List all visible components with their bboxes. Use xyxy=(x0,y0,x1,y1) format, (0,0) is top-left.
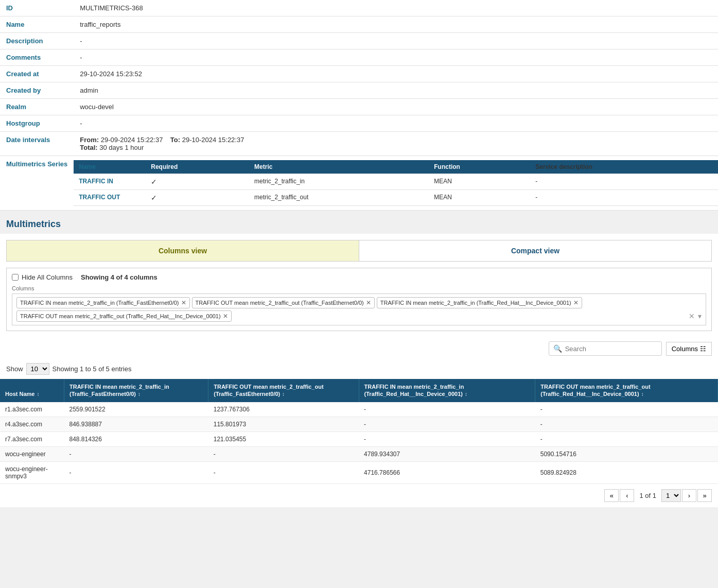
detail-label: ID xyxy=(0,0,74,16)
series-function: MEAN xyxy=(429,190,530,206)
columns-grid-icon: ☷ xyxy=(700,345,706,353)
detail-label: Hostgroup xyxy=(0,115,74,132)
tag-remove-button[interactable]: ✕ xyxy=(223,313,228,320)
series-content: NameRequiredMetricFunctionService descri… xyxy=(74,156,718,211)
series-col-header: Service description xyxy=(530,160,718,174)
detail-value: admin xyxy=(74,82,718,99)
page-select[interactable]: 1 xyxy=(661,489,681,502)
traffic-out-fe-cell: - xyxy=(208,446,359,461)
detail-label: Name xyxy=(0,16,74,33)
detail-value: traffic_reports xyxy=(74,16,718,33)
traffic-out-fe-cell: 115.801973 xyxy=(208,417,359,431)
detail-row: Comments- xyxy=(0,49,718,66)
sort-icon: ↕ xyxy=(37,391,39,397)
table-row: r7.a3sec.com 848.814326 121.035455 - - xyxy=(0,431,718,446)
data-table: Host Name↕TRAFFIC IN mean metric_2_traff… xyxy=(0,379,718,484)
traffic-out-fe-cell: - xyxy=(208,461,359,483)
traffic-out-rh-cell: - xyxy=(535,417,718,431)
page-info: 1 of 1 xyxy=(635,490,660,501)
host-name-cell: wocu-engineer-snmpv3 xyxy=(0,461,64,483)
tag-controls: ✕▾ xyxy=(689,312,702,320)
series-function: MEAN xyxy=(429,174,530,190)
col-header-host_name[interactable]: Host Name↕ xyxy=(0,379,64,402)
prev-page-button[interactable]: ‹ xyxy=(620,489,634,502)
traffic-out-rh-cell: 5090.154716 xyxy=(535,446,718,461)
next-page-button[interactable]: › xyxy=(682,489,696,502)
traffic-out-fe-cell: 121.035455 xyxy=(208,431,359,446)
detail-label: Realm xyxy=(0,99,74,115)
detail-value: - xyxy=(74,115,718,132)
tag-label: TRAFFIC OUT mean metric_2_traffic_out (T… xyxy=(20,313,221,319)
columns-sublabel: Columns xyxy=(12,285,706,291)
last-page-button[interactable]: » xyxy=(697,489,712,502)
show-select[interactable]: 10 25 50 xyxy=(26,363,49,375)
series-required: ✓ xyxy=(146,174,249,190)
col-header-traffic_out_rh[interactable]: TRAFFIC OUT mean metric_2_traffic_out (T… xyxy=(535,379,718,402)
detail-row: Hostgroup- xyxy=(0,115,718,132)
column-tag: TRAFFIC OUT mean metric_2_traffic_out (T… xyxy=(192,297,375,308)
detail-row: IDMULTIMETRICS-368 xyxy=(0,0,718,16)
hide-all-checkbox[interactable] xyxy=(12,274,19,281)
detail-value: wocu-devel xyxy=(74,99,718,115)
traffic-in-rh-cell: 4716.786566 xyxy=(359,461,535,483)
series-service: - xyxy=(530,174,718,190)
columns-view-button[interactable]: Columns view xyxy=(7,240,359,261)
first-page-button[interactable]: « xyxy=(604,489,619,502)
tag-label: TRAFFIC OUT mean metric_2_traffic_out (T… xyxy=(196,300,364,306)
sort-icon: ↕ xyxy=(465,391,467,397)
search-box: 🔍 xyxy=(549,341,662,356)
series-col-header: Required xyxy=(146,160,249,174)
traffic-in-fe-cell: - xyxy=(64,461,208,483)
host-name-cell: r7.a3sec.com xyxy=(0,431,64,446)
detail-label: Comments xyxy=(0,49,74,66)
traffic-in-rh-cell: - xyxy=(359,417,535,431)
traffic-out-rh-cell: 5089.824928 xyxy=(535,461,718,483)
detail-label: Created at xyxy=(0,66,74,82)
date-intervals-value: From: 29-09-2024 15:22:37 To: 29-10-2024… xyxy=(74,132,718,156)
traffic-in-rh-cell: 4789.934307 xyxy=(359,446,535,461)
search-input[interactable] xyxy=(565,345,657,353)
traffic-in-rh-cell: - xyxy=(359,402,535,417)
series-data-row: TRAFFIC OUT ✓ metric_2_traffic_out MEAN … xyxy=(74,190,718,206)
series-metric: metric_2_traffic_in xyxy=(249,174,429,190)
tag-label: TRAFFIC IN mean metric_2_traffic_in (Tra… xyxy=(20,300,179,306)
traffic-in-rh-cell: - xyxy=(359,431,535,446)
search-icon: 🔍 xyxy=(553,344,562,353)
col-header-traffic_out_fe[interactable]: TRAFFIC OUT mean metric_2_traffic_out (T… xyxy=(208,379,359,402)
columns-toggle-button[interactable]: Columns ☷ xyxy=(666,342,712,356)
traffic-out-fe-cell: 1237.767306 xyxy=(208,402,359,417)
multimetrics-section-title: Multimetrics xyxy=(0,211,718,234)
col-header-traffic_in_fe[interactable]: TRAFFIC IN mean metric_2_traffic_in (Tra… xyxy=(64,379,208,402)
view-toggle: Columns view Compact view xyxy=(6,240,712,262)
host-name-cell: wocu-engineer xyxy=(0,446,64,461)
tag-remove-button[interactable]: ✕ xyxy=(181,299,186,306)
date-intervals-row: Date intervals From: 29-09-2024 15:22:37… xyxy=(0,132,718,156)
expand-tags-button[interactable]: ▾ xyxy=(698,312,702,320)
table-controls-top: 🔍 Columns ☷ xyxy=(0,337,718,360)
traffic-out-rh-cell: - xyxy=(535,431,718,446)
table-row: wocu-engineer-snmpv3 - - 4716.786566 508… xyxy=(0,461,718,483)
clear-tags-button[interactable]: ✕ xyxy=(689,312,695,320)
detail-row: Realmwocu-devel xyxy=(0,99,718,115)
table-row: r4.a3sec.com 846.938887 115.801973 - - xyxy=(0,417,718,431)
tag-remove-button[interactable]: ✕ xyxy=(573,299,579,306)
traffic-in-fe-cell: 2559.901522 xyxy=(64,402,208,417)
traffic-in-fe-cell: - xyxy=(64,446,208,461)
traffic-out-rh-cell: - xyxy=(535,402,718,417)
detail-value: MULTIMETRICS-368 xyxy=(74,0,718,16)
detail-table: IDMULTIMETRICS-368Nametraffic_reportsDes… xyxy=(0,0,718,211)
tag-remove-button[interactable]: ✕ xyxy=(366,299,371,306)
detail-label: Created by xyxy=(0,82,74,99)
column-tag: TRAFFIC IN mean metric_2_traffic_in (Tra… xyxy=(16,297,190,308)
detail-row: Created at29-10-2024 15:23:52 xyxy=(0,66,718,82)
col-header-traffic_in_rh[interactable]: TRAFFIC IN mean metric_2_traffic_in (Tra… xyxy=(359,379,535,402)
column-tag: TRAFFIC IN mean metric_2_traffic_in (Tra… xyxy=(377,297,582,308)
series-name: TRAFFIC OUT xyxy=(74,190,146,206)
tag-container: TRAFFIC IN mean metric_2_traffic_in (Tra… xyxy=(12,293,706,325)
detail-value: 29-10-2024 15:23:52 xyxy=(74,66,718,82)
sort-icon: ↕ xyxy=(641,391,644,397)
entries-info: Showing 1 to 5 of 5 entries xyxy=(52,365,132,373)
showing-columns-label: Showing 4 of 4 columns xyxy=(81,273,157,281)
host-name-cell: r1.a3sec.com xyxy=(0,402,64,417)
compact-view-button[interactable]: Compact view xyxy=(359,240,711,261)
